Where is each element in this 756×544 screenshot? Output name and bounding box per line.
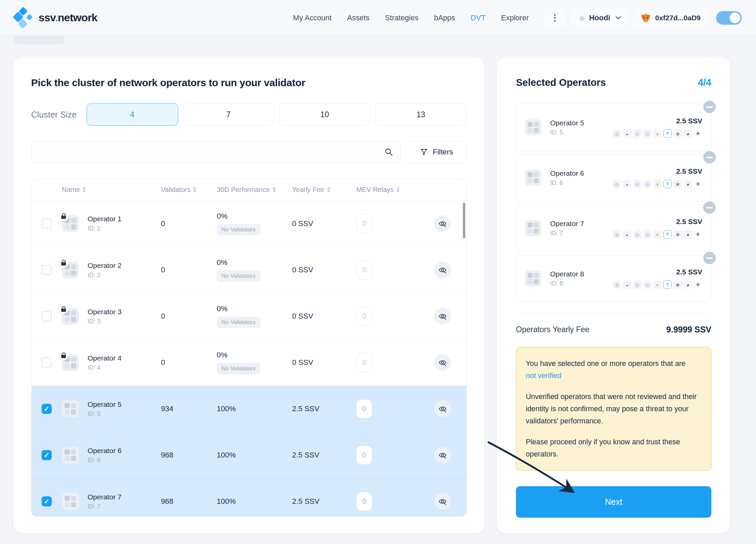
row-checkbox[interactable] [42,404,52,414]
table-row[interactable]: Operator 5 ID: 5 934 100% 2.5 SSV 0 [31,386,466,432]
operator-details-button[interactable] [434,400,451,417]
row-checkbox[interactable] [42,450,52,460]
ssv-network-logo[interactable]: ssv.network [14,7,97,28]
relay-7-icon: ♚ [674,230,682,239]
table-row[interactable]: Operator 4 ID: 4 0 0% No Validators 0 SS… [31,339,466,386]
relay-9-icon: ✈ [694,280,702,289]
cluster-size-option-4[interactable]: 4 [87,103,178,126]
relay-8-icon: ◕ [684,280,692,289]
operator-picker-panel: Pick the cluster of network operators to… [14,57,484,533]
operator-id: ID: 7 [550,230,584,237]
row-checkbox[interactable] [42,496,52,506]
table-row[interactable]: Operator 1 ID: 1 0 0% No Validators 0 SS… [31,200,466,247]
cluster-size-label: Cluster Size [31,110,87,120]
no-validators-badge: No Validators [217,224,260,236]
column-name[interactable]: Name [62,186,161,194]
operator-id: ID: 5 [88,411,121,418]
nav-strategies[interactable]: Strategies [385,14,419,22]
table-row[interactable]: Operator 3 ID: 3 0 0% No Validators 0 SS… [31,293,466,339]
row-checkbox[interactable] [42,311,52,321]
operator-avatar [525,220,541,236]
validators-count: 968 [161,451,217,460]
relay-8-icon: ◕ [684,180,692,188]
more-menu-button[interactable]: ⋮ [544,8,566,28]
table-scrollbar[interactable] [463,203,465,238]
ssv-logo-icon [14,7,34,28]
performance-value: 0% [217,258,292,267]
filters-button[interactable]: Filters [406,141,467,163]
row-checkbox[interactable] [42,265,52,275]
selected-operator-card: Operator 5 ID: 5 2.5 SSV ◍◒◎◎♦T♚◕✈ [516,104,711,151]
relay-3-icon: ◎ [633,230,641,239]
row-checkbox[interactable] [42,219,52,229]
operator-id: ID: 6 [550,179,584,187]
remove-operator-button[interactable] [703,252,716,264]
no-validators-badge: No Validators [217,363,260,374]
column-performance[interactable]: 30D Performance [217,186,292,194]
wallet-button[interactable]: 0xf27d...0aD9 [633,8,708,28]
table-row[interactable]: Operator 6 ID: 6 968 100% 2.5 SSV 0 [31,432,466,478]
mev-relay-icons: ◍◒◎◎♦T♚◕✈ [613,129,702,138]
search-row: Filters [31,141,467,163]
operator-details-button[interactable] [434,493,451,510]
selected-operators-panel: Selected Operators 4/4 Operator 5 ID: 5 … [497,57,730,533]
relay-4-icon: ◎ [643,280,652,289]
column-mev-relays[interactable]: MEV Relays [356,186,419,194]
mev-relays-count: 0 [356,307,372,326]
operator-details-button[interactable] [434,447,451,464]
lock-icon [58,211,69,221]
row-checkbox[interactable] [42,357,52,368]
operator-details-button[interactable] [434,354,451,371]
yearly-fee-value: 0 SSV [292,219,356,228]
column-validators[interactable]: Validators [161,186,217,194]
sort-icon [193,187,196,192]
operator-name: Operator 2 [88,262,121,270]
relay-8-icon: ◕ [684,129,692,138]
performance-value: 0% [217,304,292,313]
nav-explorer[interactable]: Explorer [501,14,529,22]
operator-avatar [62,400,79,417]
table-row[interactable]: Operator 2 ID: 2 0 0% No Validators 0 SS… [31,247,466,293]
relay-5-icon: ♦ [653,280,662,289]
performance-value: 0% [217,351,292,360]
lock-icon [58,350,69,360]
selected-operators-count: 4/4 [698,77,711,88]
warning-line1: You have selected one or more operators … [526,360,686,368]
not-verified-link[interactable]: not verified [526,370,561,382]
table-row[interactable]: Operator 7 ID: 7 968 100% 2.5 SSV 0 [31,478,466,517]
operator-details-button[interactable] [434,215,451,232]
relay-9-icon: ✈ [694,129,702,138]
validators-count: 0 [161,358,217,367]
remove-operator-button[interactable] [703,201,716,214]
nav-dvt[interactable]: DVT [471,14,486,22]
cluster-size-option-10[interactable]: 10 [279,103,371,126]
next-button[interactable]: Next [516,486,711,518]
operator-details-button[interactable] [434,262,451,278]
network-selector[interactable]: ◆ Hoodi [571,8,628,28]
lock-icon [58,257,69,268]
column-yearly-fee[interactable]: Yearly Fee [292,186,356,194]
cluster-size-option-13[interactable]: 13 [375,103,467,126]
theme-toggle[interactable] [716,11,742,25]
search-icon [384,148,393,156]
operator-fee: 2.5 SSV [676,268,702,276]
remove-operator-button[interactable] [703,101,716,113]
relay-2-icon: ◒ [623,280,631,289]
nav-bapps[interactable]: bApps [434,14,455,22]
relay-2-icon: ◒ [623,230,631,239]
operator-name: Operator 6 [550,169,584,177]
eye-magnifier-icon [439,358,447,367]
nav-my-account[interactable]: My Account [293,14,332,22]
relay-1-icon: ◍ [613,280,621,289]
page-title: Pick the cluster of network operators to… [31,77,467,89]
yearly-fee-value: 2.5 SSV [292,404,356,413]
operator-name: Operator 7 [88,493,121,501]
relay-9-icon: ✈ [694,180,702,188]
cluster-size-option-7[interactable]: 7 [183,103,275,126]
operator-avatar [62,308,79,325]
eye-magnifier-icon [439,266,447,274]
operator-details-button[interactable] [434,308,451,325]
nav-assets[interactable]: Assets [347,14,370,22]
search-input[interactable] [39,148,384,156]
remove-operator-button[interactable] [703,151,716,164]
